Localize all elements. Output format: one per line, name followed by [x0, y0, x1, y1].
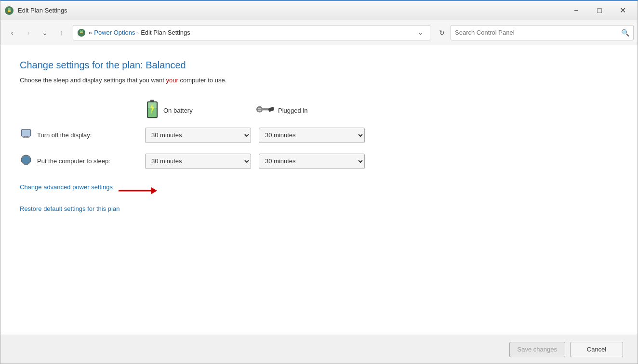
on-battery-header: On battery — [145, 100, 256, 122]
minimize-button[interactable]: − — [565, 3, 587, 18]
turn-off-display-dropdowns: 30 minutes 1 minute 5 minutes 10 minutes… — [145, 128, 365, 143]
turn-off-display-text: Turn off the display: — [37, 131, 92, 139]
restore-defaults-link[interactable]: Restore default settings for this plan — [20, 205, 618, 212]
window-title: Edit Plan Settings — [18, 7, 565, 14]
put-to-sleep-row: Put the computer to sleep: 30 minutes 1 … — [20, 154, 396, 169]
svg-rect-11 — [150, 100, 154, 102]
svg-rect-17 — [258, 107, 261, 108]
svg-rect-23 — [24, 136, 28, 137]
cancel-button[interactable]: Cancel — [570, 342, 623, 357]
title-bar: Edit Plan Settings − □ ✕ — [0, 1, 638, 20]
plug-icon — [256, 102, 274, 120]
column-headers: On battery Plugged in — [145, 100, 618, 122]
settings-table: Turn off the display: 30 minutes 1 minut… — [20, 128, 396, 169]
svg-rect-10 — [80, 32, 82, 33]
display-icon — [20, 128, 32, 142]
highlight-text: your — [166, 77, 178, 84]
close-button[interactable]: ✕ — [611, 3, 634, 18]
svg-point-26 — [22, 156, 30, 164]
main-content: Change settings for the plan: Balanced C… — [0, 45, 638, 335]
address-dropdown-button[interactable]: ⌄ — [414, 27, 426, 39]
window-controls: − □ ✕ — [565, 3, 634, 18]
search-input[interactable] — [455, 29, 618, 36]
toolbar: ‹ › ⌄ ↑ « Power Options › Edit Plan Sett… — [0, 20, 638, 45]
footer: Save changes Cancel — [0, 335, 638, 364]
svg-rect-19 — [261, 108, 268, 110]
svg-rect-3 — [8, 11, 11, 12]
window-icon — [4, 6, 14, 15]
svg-rect-24 — [23, 137, 29, 138]
main-window: Edit Plan Settings − □ ✕ ‹ › ⌄ ↑ « Power — [0, 0, 638, 364]
put-to-sleep-plugged-select[interactable]: 30 minutes 1 minute 5 minutes 10 minutes… — [259, 154, 365, 169]
content-area: Change settings for the plan: Balanced C… — [0, 45, 638, 364]
svg-rect-20 — [268, 106, 274, 112]
plugged-in-header: Plugged in — [256, 102, 367, 120]
put-to-sleep-label: Put the computer to sleep: — [20, 154, 145, 168]
search-bar: 🔍 — [451, 25, 634, 40]
refresh-button[interactable]: ↻ — [434, 25, 450, 40]
turn-off-display-battery-select[interactable]: 30 minutes 1 minute 5 minutes 10 minutes… — [145, 128, 251, 143]
page-title: Change settings for the plan: Balanced — [20, 60, 618, 71]
put-to-sleep-battery-select[interactable]: 30 minutes 1 minute 5 minutes 10 minutes… — [145, 154, 251, 169]
search-icon[interactable]: 🔍 — [621, 29, 629, 37]
back-button[interactable]: ‹ — [4, 25, 20, 40]
save-changes-button[interactable]: Save changes — [509, 342, 565, 357]
red-arrow-indicator — [119, 185, 157, 196]
address-bar: « Power Options › Edit Plan Settings ⌄ — [73, 25, 430, 40]
put-to-sleep-dropdowns: 30 minutes 1 minute 5 minutes 10 minutes… — [145, 154, 365, 169]
turn-off-display-label: Turn off the display: — [20, 128, 145, 142]
on-battery-label: On battery — [163, 107, 193, 114]
svg-rect-2 — [9, 7, 10, 8]
sleep-icon — [20, 154, 32, 168]
maximize-button[interactable]: □ — [588, 3, 611, 18]
up-button[interactable]: ↑ — [53, 25, 69, 40]
svg-rect-18 — [258, 109, 261, 110]
turn-off-display-plugged-select[interactable]: 30 minutes 1 minute 5 minutes 10 minutes… — [259, 128, 365, 143]
battery-icon — [145, 100, 160, 122]
breadcrumb-separator: « — [89, 29, 92, 36]
address-icon — [77, 28, 86, 37]
links-section: Change advanced power settings Restore d… — [20, 183, 618, 212]
forward-button[interactable]: › — [21, 25, 36, 40]
breadcrumb-current: Edit Plan Settings — [141, 29, 190, 36]
turn-off-display-row: Turn off the display: 30 minutes 1 minut… — [20, 128, 396, 143]
svg-rect-9 — [81, 29, 82, 30]
put-to-sleep-text: Put the computer to sleep: — [37, 157, 110, 165]
dropdown-button[interactable]: ⌄ — [37, 25, 53, 40]
advanced-power-settings-link[interactable]: Change advanced power settings — [20, 183, 113, 191]
page-description: Choose the sleep and display settings th… — [20, 76, 618, 85]
svg-rect-22 — [22, 130, 30, 136]
plugged-in-label: Plugged in — [278, 107, 307, 114]
svg-rect-4 — [8, 10, 11, 11]
svg-marker-28 — [151, 187, 157, 194]
breadcrumb-power-options[interactable]: Power Options — [94, 29, 135, 36]
breadcrumb: « Power Options › Edit Plan Settings — [89, 29, 412, 36]
breadcrumb-arrow: › — [137, 30, 139, 36]
